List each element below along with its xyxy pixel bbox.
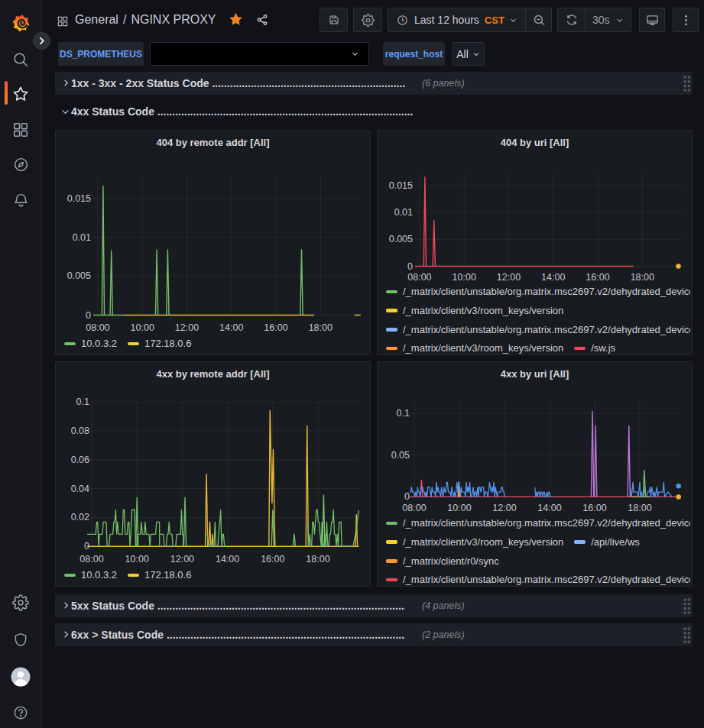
- svg-text:14:00: 14:00: [541, 272, 565, 283]
- svg-text:0.015: 0.015: [67, 193, 91, 204]
- svg-text:10:00: 10:00: [447, 503, 471, 513]
- svg-text:12:00: 12:00: [175, 322, 199, 333]
- svg-text:08:00: 08:00: [86, 322, 109, 333]
- svg-text:12:00: 12:00: [492, 503, 516, 513]
- svg-text:16:00: 16:00: [261, 554, 284, 565]
- svg-text:12:00: 12:00: [497, 272, 521, 283]
- svg-text:10:00: 10:00: [131, 322, 154, 333]
- svg-text:14:00: 14:00: [219, 322, 243, 333]
- svg-text:0.08: 0.08: [71, 425, 89, 436]
- svg-text:12:00: 12:00: [170, 554, 194, 565]
- svg-text:18:00: 18:00: [306, 554, 329, 565]
- svg-text:0.1: 0.1: [397, 408, 410, 419]
- svg-text:0.01: 0.01: [394, 207, 413, 218]
- svg-text:18:00: 18:00: [628, 503, 651, 513]
- svg-text:0: 0: [86, 310, 91, 321]
- svg-text:0: 0: [404, 491, 410, 502]
- svg-text:08:00: 08:00: [407, 272, 431, 283]
- svg-text:0.05: 0.05: [391, 450, 410, 461]
- svg-text:0.005: 0.005: [389, 234, 413, 244]
- svg-text:0.005: 0.005: [67, 270, 91, 281]
- svg-text:0.015: 0.015: [389, 180, 413, 191]
- svg-text:16:00: 16:00: [586, 272, 609, 283]
- svg-text:14:00: 14:00: [216, 554, 239, 565]
- svg-text:0.1: 0.1: [76, 396, 89, 407]
- svg-text:0.06: 0.06: [71, 455, 89, 465]
- svg-text:18:00: 18:00: [631, 272, 654, 283]
- svg-text:0: 0: [407, 261, 413, 272]
- svg-text:08:00: 08:00: [402, 503, 426, 513]
- svg-text:0.04: 0.04: [71, 484, 89, 494]
- svg-text:18:00: 18:00: [309, 322, 333, 333]
- svg-text:10:00: 10:00: [125, 554, 149, 565]
- svg-text:14:00: 14:00: [537, 503, 561, 513]
- svg-text:16:00: 16:00: [582, 503, 606, 513]
- svg-text:10:00: 10:00: [453, 272, 476, 283]
- svg-text:0.01: 0.01: [73, 232, 91, 243]
- svg-text:16:00: 16:00: [264, 322, 287, 333]
- svg-text:08:00: 08:00: [79, 554, 103, 565]
- svg-text:0.02: 0.02: [71, 512, 89, 523]
